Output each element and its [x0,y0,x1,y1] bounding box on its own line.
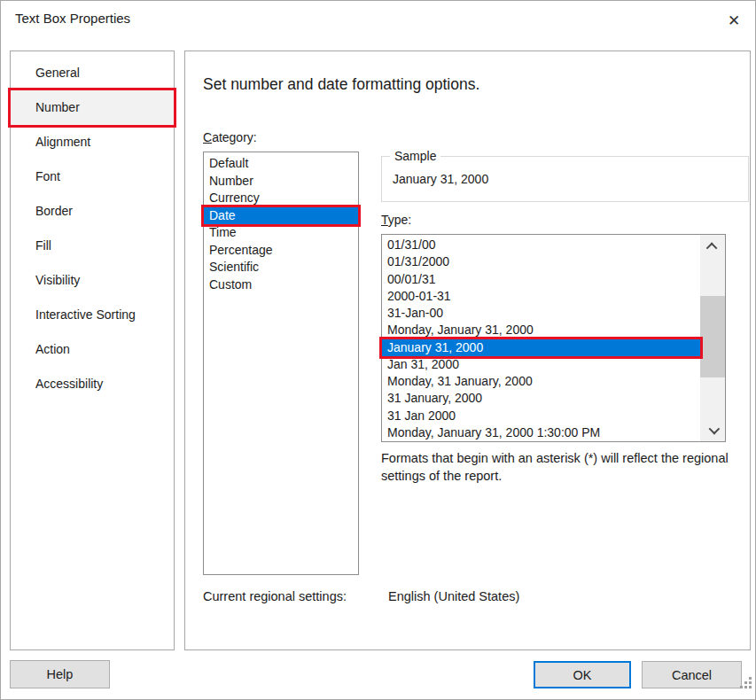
type-label-rest: ype: [388,213,411,227]
type-option[interactable]: Monday, January 31, 2000 1:30:00 PM [382,424,700,441]
sidebar-item[interactable]: Alignment [11,125,174,159]
category-listbox[interactable]: DefaultNumberCurrencyDateTimePercentageS… [203,152,359,575]
sample-value: January 31, 2000 [393,172,488,186]
category-option[interactable]: Default [204,155,358,173]
category-option[interactable]: Currency [204,190,358,207]
type-option[interactable]: Monday, January 31, 2000 [382,322,700,338]
category-option[interactable]: Percentage [204,242,358,260]
sidebar-item[interactable]: Number [11,90,174,125]
close-button[interactable]: ✕ [714,3,753,38]
regional-settings-label: Current regional settings: [203,589,347,603]
regional-settings-value: English (United States) [388,589,519,603]
help-button[interactable]: Help [10,660,110,688]
dialog-title: Text Box Properties [15,11,130,26]
asterisk-note: Formats that begin with an asterisk (*) … [381,449,736,485]
type-option[interactable]: 00/01/31 [382,271,700,288]
category-option[interactable]: Date [204,207,358,225]
category-option[interactable]: Number [204,173,358,191]
textbox-properties-dialog: Text Box Properties ✕ GeneralNumberAlign… [0,0,756,700]
type-option[interactable]: 31 Jan 2000 [382,408,700,424]
category-option[interactable]: Custom [204,276,358,294]
chevron-down-icon [708,423,720,434]
sidebar-item[interactable]: General [11,56,174,90]
category-label-accel: C [203,130,212,144]
category-option[interactable]: Scientific [204,259,358,276]
scroll-down-button[interactable] [700,418,725,441]
type-label: Type: [381,213,411,227]
type-option[interactable]: 31 January, 2000 [382,390,700,407]
ok-button[interactable]: OK [534,661,631,688]
scroll-up-button[interactable] [700,235,725,258]
type-list-scrollbar[interactable] [700,235,725,441]
cancel-button[interactable]: Cancel [642,661,742,688]
type-option[interactable]: 2000-01-31 [382,288,700,305]
category-option[interactable]: Time [204,224,358,242]
sample-group-label: Sample [390,149,440,163]
scrollbar-thumb[interactable] [700,296,725,377]
type-option[interactable]: 31-Jan-00 [382,305,700,322]
type-option[interactable]: 01/31/00 [382,237,700,253]
sidebar-item[interactable]: Visibility [11,263,174,298]
sample-groupbox: Sample January 31, 2000 [381,156,749,202]
sidebar-item[interactable]: Fill [11,229,174,263]
type-label-accel: T [381,213,388,227]
category-label: Category: [203,130,257,144]
sidebar-item[interactable]: Action [11,332,174,367]
type-listbox[interactable]: 01/31/0001/31/200000/01/312000-01-3131-J… [381,234,726,442]
resize-grip-icon[interactable] [740,677,754,691]
sidebar-item[interactable]: Font [11,159,174,194]
type-option[interactable]: January 31, 2000 [382,339,700,356]
category-label-rest: ategory: [212,130,257,144]
type-option[interactable]: 01/31/2000 [382,253,700,270]
sidebar-nav: GeneralNumberAlignmentFontBorderFillVisi… [10,51,175,650]
type-option[interactable]: Monday, 31 January, 2000 [382,373,700,390]
close-icon: ✕ [728,12,740,30]
type-option[interactable]: Jan 31, 2000 [382,356,700,373]
chevron-up-icon [705,242,717,253]
sidebar-item[interactable]: Accessibility [11,367,174,401]
sidebar-item[interactable]: Interactive Sorting [11,298,174,332]
page-heading: Set number and date formatting options. [203,75,479,94]
sidebar-item[interactable]: Border [11,194,174,229]
